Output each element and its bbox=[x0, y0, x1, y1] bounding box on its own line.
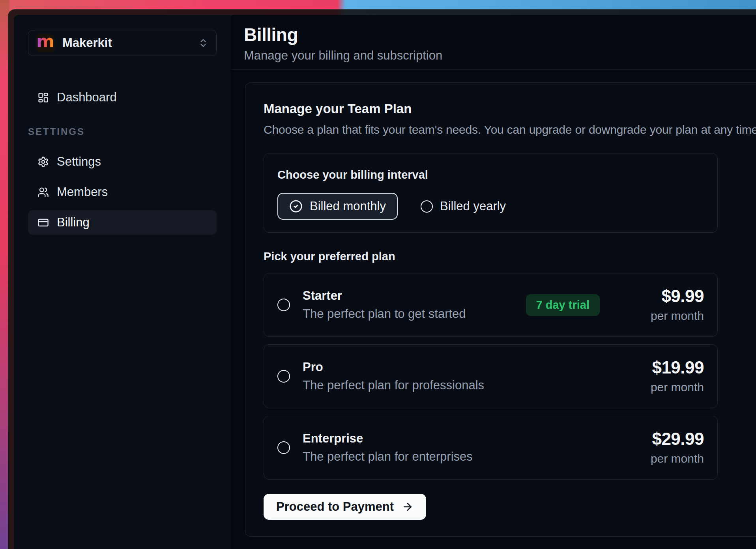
plan-row-pro[interactable]: Pro The perfect plan for professionals $… bbox=[264, 344, 718, 408]
sidebar-item-members[interactable]: Members bbox=[28, 180, 217, 204]
plan-description: The perfect plan for enterprises bbox=[303, 450, 473, 464]
plan-row-starter[interactable]: Starter The perfect plan to get started … bbox=[264, 273, 718, 337]
billed-monthly-label: Billed monthly bbox=[310, 199, 386, 213]
users-icon bbox=[37, 187, 49, 198]
plan-period: per month bbox=[651, 380, 704, 394]
plan-period: per month bbox=[651, 452, 704, 466]
plan-name: Enterprise bbox=[303, 431, 473, 446]
team-plan-card: Manage your Team Plan Choose a plan that… bbox=[245, 82, 756, 537]
plan-row-enterprise[interactable]: Enterprise The perfect plan for enterpri… bbox=[264, 416, 718, 480]
sidebar-item-dashboard[interactable]: Dashboard bbox=[28, 85, 217, 110]
plan-description: The perfect plan to get started bbox=[303, 307, 466, 321]
page-title: Billing bbox=[244, 24, 756, 45]
arrow-right-icon bbox=[402, 501, 414, 513]
plan-radio[interactable] bbox=[277, 441, 290, 454]
workspace-name: Makerkit bbox=[62, 36, 190, 50]
proceed-to-payment-button[interactable]: Proceed to Payment bbox=[264, 494, 426, 520]
proceed-to-payment-label: Proceed to Payment bbox=[276, 500, 394, 514]
billing-interval-label: Choose your billing interval bbox=[277, 168, 704, 182]
plan-price-block: $9.99 per month bbox=[617, 287, 704, 323]
sidebar-item-settings[interactable]: Settings bbox=[28, 149, 217, 174]
billed-yearly-label: Billed yearly bbox=[440, 199, 506, 213]
page-header: Billing Manage your billing and subscrip… bbox=[231, 15, 756, 70]
billed-monthly-option[interactable]: Billed monthly bbox=[277, 193, 398, 220]
trial-badge: 7 day trial bbox=[526, 294, 600, 316]
credit-card-icon bbox=[37, 217, 49, 228]
radio-circle-icon bbox=[421, 200, 433, 213]
sidebar: m Makerkit Dashboard SETTINGS bbox=[14, 15, 231, 549]
billing-interval-options: Billed monthly Billed yearly bbox=[277, 193, 704, 220]
plan-name: Starter bbox=[303, 289, 466, 303]
sidebar-item-billing[interactable]: Billing bbox=[28, 210, 217, 235]
plans-section-label: Pick your preferred plan bbox=[264, 249, 756, 263]
sidebar-item-label: Billing bbox=[57, 215, 90, 230]
plan-price: $19.99 bbox=[651, 358, 704, 377]
card-title: Manage your Team Plan bbox=[264, 101, 756, 117]
app-frame: m Makerkit Dashboard SETTINGS bbox=[14, 15, 756, 549]
plan-radio[interactable] bbox=[277, 299, 290, 311]
plan-text: Enterprise The perfect plan for enterpri… bbox=[303, 431, 473, 464]
plan-name: Pro bbox=[303, 360, 484, 374]
main-content: Billing Manage your billing and subscrip… bbox=[231, 15, 756, 549]
circle-check-icon bbox=[289, 200, 303, 213]
gear-icon bbox=[37, 156, 49, 168]
plan-description: The perfect plan for professionals bbox=[303, 378, 484, 392]
sidebar-item-label: Settings bbox=[57, 155, 101, 169]
workspace-selector[interactable]: m Makerkit bbox=[28, 30, 217, 56]
plan-price: $29.99 bbox=[651, 429, 704, 448]
makerkit-logo-letter: m bbox=[36, 33, 54, 50]
app-window: m Makerkit Dashboard SETTINGS bbox=[8, 9, 756, 549]
plan-radio[interactable] bbox=[277, 370, 290, 383]
sidebar-item-label: Dashboard bbox=[57, 90, 117, 105]
sidebar-item-label: Members bbox=[57, 185, 108, 199]
plan-text: Starter The perfect plan to get started bbox=[303, 289, 466, 321]
dashboard-icon bbox=[37, 92, 49, 103]
plan-price-block: $19.99 per month bbox=[651, 358, 704, 394]
plan-period: per month bbox=[617, 309, 704, 323]
sidebar-section-label: SETTINGS bbox=[28, 126, 217, 137]
chevrons-up-down-icon bbox=[198, 38, 208, 48]
plan-text: Pro The perfect plan for professionals bbox=[303, 360, 484, 392]
sidebar-nav: Dashboard SETTINGS Settings Members bbox=[28, 85, 217, 235]
plan-price: $9.99 bbox=[617, 287, 704, 306]
billed-yearly-option[interactable]: Billed yearly bbox=[421, 199, 506, 213]
card-description: Choose a plan that fits your team's need… bbox=[264, 122, 756, 137]
plan-price-block: $29.99 per month bbox=[651, 429, 704, 466]
billing-interval-group: Choose your billing interval Billed mont… bbox=[264, 153, 718, 233]
makerkit-logo: m bbox=[36, 34, 54, 52]
page-subtitle: Manage your billing and subscription bbox=[244, 48, 756, 63]
